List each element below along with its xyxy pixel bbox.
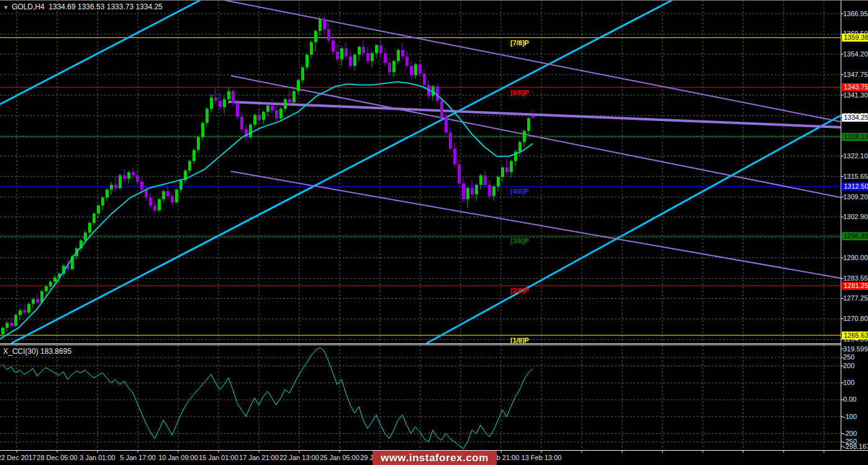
indicator-label: X_CCI(30) 183.8695: [3, 347, 71, 356]
chart-canvas[interactable]: [0, 0, 868, 465]
chart-header: ▼GOLD,H4 1334.69 1336.53 1333.73 1334.25: [3, 2, 163, 11]
chart-window: 1366.951360.501354.201347.751341.301334.…: [0, 0, 868, 465]
watermark-text: www.instaforex.com: [381, 452, 489, 464]
broker-watermark: www.instaforex.com: [373, 451, 497, 465]
chart-ohlc-values: 1334.69 1336.53 1333.73 1334.25: [48, 2, 163, 11]
chart-symbol-period: GOLD,H4: [12, 2, 45, 11]
symbol-marker-icon: ▼: [3, 4, 9, 11]
